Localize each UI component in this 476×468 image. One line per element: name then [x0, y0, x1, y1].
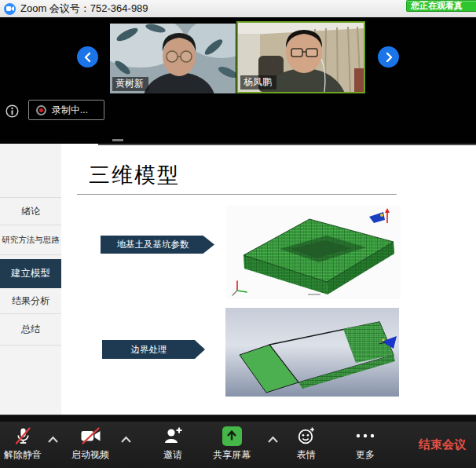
emoji-smiley-icon — [297, 425, 316, 447]
sidebar-item-methods: 研究方法与思路 — [0, 225, 61, 255]
slide-top-border — [98, 144, 476, 145]
zoom-meeting-window: Zoom 会议号：752-364-989 您正在观看真 — [0, 0, 476, 468]
toolbar-gap — [0, 415, 476, 422]
slide-outline-sidebar: 绪论 研究方法与思路 建立模型 结果分析 总结 — [0, 144, 61, 415]
camera-off-icon — [80, 425, 101, 447]
sidebar-item-intro: 绪论 — [0, 198, 61, 225]
sidebar-item-summary: 总结 — [0, 314, 61, 346]
record-icon — [36, 105, 46, 115]
zoom-logo-icon — [4, 3, 16, 15]
share-screen-icon — [222, 425, 242, 447]
prev-participants-button[interactable] — [77, 46, 98, 68]
callout-boundary-treatment: 边界处理 — [102, 340, 205, 359]
share-options-chevron[interactable] — [265, 434, 280, 445]
strip-dash-decoration — [112, 139, 123, 141]
meeting-toolbar: 解除静音 启动视频 — [0, 422, 476, 468]
chevron-right-icon — [383, 52, 394, 63]
slide-title: 三维模型 — [89, 161, 180, 189]
unmute-button[interactable]: 解除静音 — [0, 425, 46, 466]
more-label: 更多 — [356, 448, 375, 462]
participant-video-1[interactable]: 黄树新 — [110, 24, 236, 93]
next-participants-button[interactable] — [378, 46, 399, 68]
invite-button[interactable]: 邀请 — [151, 425, 195, 466]
invite-label: 邀请 — [163, 448, 182, 462]
participant-1-name: 黄树新 — [112, 77, 148, 91]
start-video-label: 启动视频 — [71, 448, 109, 462]
mic-muted-icon — [13, 425, 32, 447]
slide-main-area: 三维模型 地基土及基坑参数 边界处理 — [61, 144, 476, 415]
video-options-chevron[interactable] — [119, 434, 133, 445]
recording-indicator[interactable]: 录制中... — [28, 100, 104, 120]
watching-share-banner: 您正在观看真 — [406, 0, 476, 12]
participant-2-name: 杨凤鹏 — [240, 75, 276, 90]
title-underline — [77, 194, 397, 195]
share-screen-label: 共享屏幕 — [213, 448, 251, 462]
info-icon[interactable] — [5, 104, 19, 118]
shared-screen-content: 绪论 研究方法与思路 建立模型 结果分析 总结 三维模型 地基土及基坑参数 边界… — [0, 144, 476, 415]
video-strip: 黄树新 杨凤鹏 — [0, 17, 476, 144]
emoji-button[interactable]: 表情 — [285, 425, 328, 466]
participant-video-2-active-speaker[interactable]: 杨凤鹏 — [236, 21, 365, 93]
start-video-button[interactable]: 启动视频 — [68, 425, 113, 466]
callout-soil-parameters: 地基土及基坑参数 — [101, 236, 214, 254]
emoji-label: 表情 — [297, 448, 316, 462]
sidebar-item-modeling-active: 建立模型 — [0, 259, 61, 288]
fem-mesh-model-image — [226, 206, 401, 299]
invite-person-plus-icon — [163, 425, 183, 447]
end-meeting-button[interactable]: 结束会议 — [419, 437, 466, 452]
more-button[interactable]: 更多 — [344, 425, 386, 466]
sidebar-item-results: 结果分析 — [0, 288, 61, 314]
share-screen-button[interactable]: 共享屏幕 — [210, 425, 254, 466]
unmute-label: 解除静音 — [4, 448, 42, 462]
meeting-title: Zoom 会议号：752-364-989 — [20, 0, 148, 17]
chevron-left-icon — [82, 52, 93, 63]
sidebar-spacer — [0, 144, 61, 198]
more-ellipsis-icon — [355, 425, 375, 447]
recording-label: 录制中... — [52, 104, 88, 117]
audio-options-chevron[interactable] — [46, 434, 60, 445]
titlebar: Zoom 会议号：752-364-989 — [0, 0, 476, 17]
boundary-model-image — [225, 308, 399, 397]
